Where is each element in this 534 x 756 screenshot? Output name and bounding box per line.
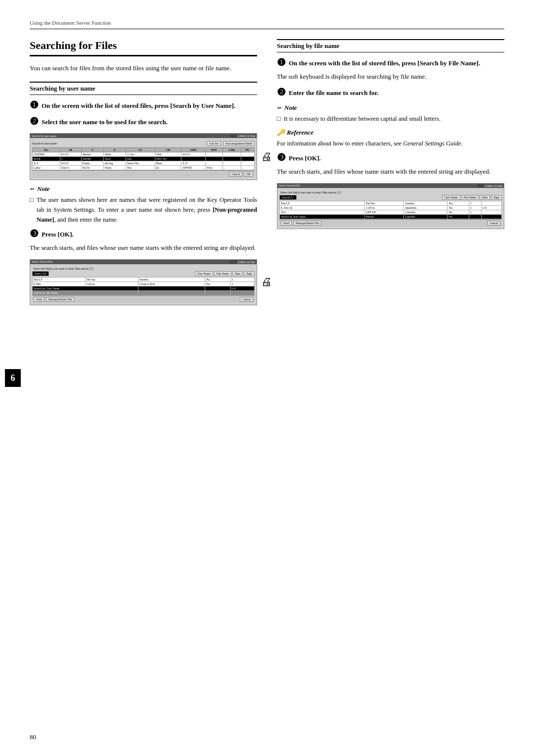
table-row[interactable]: E.Mis Left m Cloak at first No. 1 — [33, 282, 255, 286]
col-lb: LB — [155, 148, 181, 152]
screen-noprog-btn[interactable]: Non-programed Name — [223, 141, 255, 146]
screen-cancel-btn[interactable]: Cancel — [229, 172, 243, 177]
screen-ok-btn[interactable]: OK — [244, 172, 253, 177]
reference-text: For information about how to enter chara… — [277, 139, 504, 148]
note-title: ✏ Note — [30, 185, 257, 193]
table-row[interactable]: File LF Def Ins Starbits No. 1 — [280, 201, 502, 205]
file-manage-btn[interactable]: Manage/Delete File — [293, 221, 321, 226]
table-row[interactable]: 26.C OFF DS Clientris No. 1 — [280, 210, 502, 214]
cell — [205, 286, 231, 290]
cell: def mg — [103, 161, 126, 166]
file-toolbar: Search 6... User Name File Name Date Pag… — [279, 195, 502, 200]
right-note-block: ✏ Note It is necessary to differentiate … — [277, 104, 504, 124]
cell: No. — [447, 210, 469, 214]
table-row-highlight2[interactable]: Search by file Name — [33, 290, 255, 295]
table-row[interactable]: LINDER #1113 Heerul Alles 11 aw Telit #1… — [33, 152, 255, 157]
cell: E. Doc In — [280, 205, 365, 210]
table-row[interactable]: E. Doc In 1:29 In Quantriss No. 1 LN — [280, 205, 502, 210]
cell: Quantriss — [404, 205, 447, 210]
left-step-3-text: ❸ Press [OK]. — [30, 230, 257, 240]
cell: 1 — [469, 205, 481, 210]
right-step-3-num: ❸ — [277, 152, 286, 164]
file-send-btn[interactable]: Send — [281, 221, 292, 226]
intro-text: You can search for files from the stored… — [30, 63, 257, 74]
cell: #1115 — [60, 161, 81, 166]
right-note-title: ✏ Note — [277, 104, 504, 112]
right-step-1-num: ❶ — [277, 57, 286, 69]
table-row-highlight[interactable]: Search by User Name LN — [33, 286, 255, 290]
cell: Lipolitis — [404, 214, 447, 219]
cell: Def Ins — [365, 201, 404, 205]
cancel-btn[interactable]: Cancel — [240, 297, 253, 302]
cell — [206, 157, 222, 161]
table-row[interactable]: K.T. #1115 Name def mg Select Hu Brad 4.… — [33, 161, 255, 166]
printer-icon-2: 🖨 — [261, 276, 272, 288]
right-step-2: ❷ Enter the file name to search for. — [277, 88, 504, 98]
user-name-col-btn[interactable]: User Name — [195, 271, 213, 276]
step-2-num: ❷ — [30, 116, 39, 128]
user-result-screen-wrapper: Select Stored File ⬛⬛ 2:0063 16 Edit Sel… — [30, 259, 257, 305]
send-btn[interactable]: Send — [34, 297, 44, 302]
left-note-block: ✏ Note The user names shown here are nam… — [30, 185, 257, 225]
screen-use-btn[interactable]: Use Set — [207, 141, 221, 146]
cell: Clientris — [404, 210, 447, 214]
file-date-btn[interactable]: Date — [480, 195, 490, 200]
table-row[interactable]: Labor Start n Na:Tu Nuttu Nut sk OFFER F… — [33, 166, 255, 170]
file-user-name-btn[interactable]: User Name — [442, 195, 460, 200]
cell — [482, 214, 502, 219]
cell: No. — [447, 214, 469, 219]
reference-block: 🔑 Reference For information about how to… — [277, 129, 504, 148]
left-step-2: ❷ Select the user name to be used for th… — [30, 117, 257, 128]
file-file-name-btn[interactable]: File Name — [461, 195, 479, 200]
cell: Select Hu — [126, 161, 155, 166]
file-result-title: Select Stored File — [279, 184, 300, 187]
select-all-btn[interactable]: Select All — [32, 271, 49, 276]
result-screen-body: Select the file(s) you want to send. Max… — [30, 264, 257, 305]
page-col-btn[interactable]: Page — [244, 271, 255, 276]
reference-text-start: For information about how to enter chara… — [277, 140, 403, 147]
cell: else — [126, 157, 155, 161]
cell: Search by User Name — [33, 286, 138, 290]
cell: File LF — [33, 277, 86, 282]
result-toolbar: Select All User Name File Name Date Page — [32, 271, 255, 276]
file-page-btn[interactable]: Page — [491, 195, 502, 200]
chapter-number: 6 — [5, 369, 21, 387]
reference-title: 🔑 Reference — [277, 129, 504, 137]
cell: 80:Hi — [33, 157, 60, 161]
result-subtitle: Select the file(s) you want to send. Max… — [32, 266, 255, 271]
file-select-all-btn[interactable]: Search 6... — [279, 195, 297, 200]
manage-btn[interactable]: Manage/Delete File — [46, 297, 74, 302]
step-2-body: Select the user name to be used for the … — [42, 117, 257, 128]
cell: No. — [205, 282, 231, 286]
cell: Ta:le — [103, 157, 126, 161]
step-3-desc: The search starts, and files whose user … — [30, 243, 257, 253]
step-1-body: On the screen with the list of stored fi… — [42, 101, 257, 111]
reference-italic: General Settings Guide — [403, 140, 461, 147]
cell — [230, 290, 254, 295]
right-step-3-body: Press [OK]. — [289, 153, 504, 164]
spacer3 — [323, 221, 486, 226]
cell — [241, 152, 255, 157]
reference-label: Reference — [287, 129, 313, 137]
table-row[interactable]: File LF Def Ins Starbits No. 1 — [33, 277, 255, 282]
right-step-3: ❸ Press [OK]. The search starts, and fil… — [277, 153, 504, 177]
screen-title: Search by user name — [32, 135, 56, 138]
cell: #1113 — [60, 152, 81, 157]
col-no: No. — [33, 148, 60, 152]
col-f: F — [103, 148, 126, 152]
table-row-selected[interactable]: Search by user name Perrity Lipolitis No… — [280, 214, 502, 219]
date-col-btn[interactable]: Date — [232, 271, 243, 276]
cell: First — [206, 166, 222, 170]
non-programed-label: [Non-programed Name] — [37, 206, 257, 223]
screen-toolbar-row: Search by user name Use Set Non-programe… — [32, 140, 255, 147]
file-cancel-btn[interactable]: Cancel — [487, 221, 500, 226]
table-row-selected[interactable]: 80:Hi 1 Nit:Hu Ta:le else 0401 No — [33, 157, 255, 161]
file-name-col-btn[interactable]: File Name — [214, 271, 231, 276]
cell: Def Ins — [85, 277, 138, 282]
cell — [222, 152, 241, 157]
cell: No. — [205, 277, 231, 282]
cell: 11 aw — [126, 152, 155, 157]
cell: Start n — [60, 166, 81, 170]
screen-bottom: Cancel OK — [32, 170, 255, 178]
cell: 1 — [60, 157, 81, 161]
